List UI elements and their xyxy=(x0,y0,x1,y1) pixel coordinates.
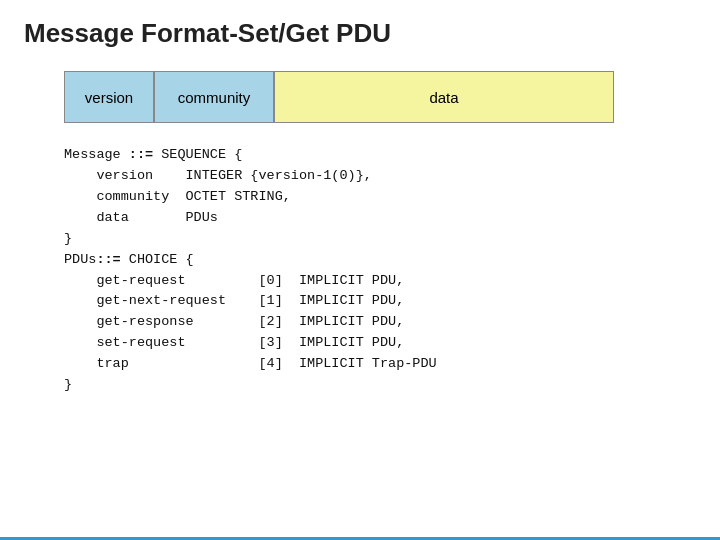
cell-data: data xyxy=(274,71,614,123)
code-block: Message ::= SEQUENCE { version INTEGER {… xyxy=(64,145,696,396)
cell-version: version xyxy=(64,71,154,123)
page-title: Message Format-Set/Get PDU xyxy=(24,18,696,49)
code-line-8: get-next-request [1] IMPLICIT PDU, xyxy=(64,291,696,312)
pdu-diagram: version community data xyxy=(64,71,696,123)
code-line-11: trap [4] IMPLICIT Trap-PDU xyxy=(64,354,696,375)
code-line-12: } xyxy=(64,375,696,396)
cell-community: community xyxy=(154,71,274,123)
code-line-5: } xyxy=(64,229,696,250)
code-line-4: data PDUs xyxy=(64,208,696,229)
code-line-2: version INTEGER {version-1(0)}, xyxy=(64,166,696,187)
code-line-9: get-response [2] IMPLICIT PDU, xyxy=(64,312,696,333)
code-line-10: set-request [3] IMPLICIT PDU, xyxy=(64,333,696,354)
code-line-3: community OCTET STRING, xyxy=(64,187,696,208)
code-line-6: PDUs::= CHOICE { xyxy=(64,250,696,271)
code-line-7: get-request [0] IMPLICIT PDU, xyxy=(64,271,696,292)
code-line-1: Message ::= SEQUENCE { xyxy=(64,145,696,166)
page: Message Format-Set/Get PDU version commu… xyxy=(0,0,720,540)
